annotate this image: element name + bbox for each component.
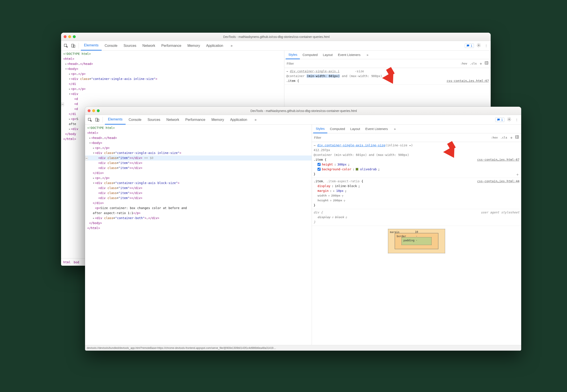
subtab-styles[interactable]: Styles bbox=[313, 125, 327, 133]
new-rule-icon[interactable]: ＋ bbox=[479, 61, 483, 66]
gutter-ellipsis-icon[interactable]: ⋯ bbox=[61, 102, 64, 106]
hov-toggle[interactable]: :hov bbox=[491, 136, 498, 140]
subtab-layout[interactable]: Layout bbox=[348, 125, 363, 133]
tab-network[interactable]: Network bbox=[163, 115, 182, 125]
tabs-overflow[interactable]: » bbox=[227, 41, 236, 51]
titlebar: DevTools - mathiasbynens.github.io/css-d… bbox=[61, 33, 491, 41]
close-icon[interactable] bbox=[88, 109, 90, 112]
elements-tree[interactable]: ⋯ <!DOCTYPE html> <html> ▸<head>…</head>… bbox=[85, 125, 312, 345]
status-bar: devtools://devtools/bundled/devtools_app… bbox=[85, 345, 521, 351]
styles-subtabs: StylesComputedLayoutEvent Listeners » bbox=[284, 51, 491, 59]
titlebar: DevTools - mathiasbynens.github.io/css-d… bbox=[85, 107, 521, 115]
tab-sources[interactable]: Sources bbox=[144, 115, 163, 125]
messages-badge[interactable]: 1 bbox=[465, 43, 474, 48]
styles-pane[interactable]: → div.container-single-axis.inline-size(… bbox=[312, 142, 521, 345]
overridden-prop: display: block; bbox=[313, 215, 520, 220]
messages-count: 1 bbox=[501, 118, 503, 122]
container-origin-link[interactable]: div.container-single-axis.inline-size bbox=[317, 143, 385, 147]
tab-console[interactable]: Console bbox=[102, 41, 120, 51]
add-declaration-icon[interactable]: ＋ bbox=[516, 172, 520, 177]
container-size: 412.297px bbox=[313, 148, 520, 153]
messages-count: 1 bbox=[471, 44, 472, 47]
zoom-icon[interactable] bbox=[73, 35, 76, 38]
filter-input[interactable] bbox=[314, 136, 488, 139]
panel-tabs: ElementsConsoleSourcesNetworkPerformance… bbox=[81, 41, 226, 51]
messages-badge[interactable]: 1 bbox=[495, 118, 504, 122]
ua-stylesheet-label: user agent stylesheet bbox=[481, 210, 520, 215]
overridden-prop: width: 200px; bbox=[313, 193, 520, 198]
subtabs-overflow[interactable]: » bbox=[391, 125, 398, 133]
minimize-icon[interactable] bbox=[68, 35, 71, 38]
inspect-icon[interactable] bbox=[87, 117, 93, 123]
gutter-ellipsis-icon[interactable]: ⋯ bbox=[85, 156, 88, 160]
tab-elements[interactable]: Elements bbox=[105, 115, 126, 125]
crumb-body[interactable]: bod bbox=[74, 260, 79, 264]
color-swatch-icon[interactable] bbox=[356, 168, 358, 170]
subtab-layout[interactable]: Layout bbox=[320, 51, 335, 59]
prop-toggle[interactable] bbox=[317, 168, 321, 171]
tab-console[interactable]: Console bbox=[126, 115, 145, 125]
container-query-highlight: (min-width: 601px) bbox=[306, 74, 340, 78]
more-icon[interactable]: ⋮ bbox=[483, 44, 489, 47]
settings-icon[interactable] bbox=[475, 43, 482, 48]
svg-point-3 bbox=[478, 45, 479, 46]
tab-performance[interactable]: Performance bbox=[158, 41, 184, 51]
cls-toggle[interactable]: .cls bbox=[500, 136, 508, 140]
panel-tabs: ElementsConsoleSourcesNetworkPerformance… bbox=[105, 115, 250, 125]
styles-subtabs: StylesComputedLayoutEvent Listeners » bbox=[312, 125, 521, 133]
selected-element[interactable]: <div class="item"></div> == $0 bbox=[85, 155, 312, 160]
inspect-icon[interactable] bbox=[63, 43, 69, 49]
source-link[interactable]: css-contain…ies.html:67 bbox=[447, 78, 489, 83]
tab-memory[interactable]: Memory bbox=[184, 41, 203, 51]
filter-input[interactable] bbox=[286, 62, 458, 65]
traffic-lights bbox=[64, 35, 76, 38]
subtab-event-listeners[interactable]: Event Listeners bbox=[335, 51, 363, 59]
new-rule-icon[interactable]: ＋ bbox=[509, 135, 513, 140]
close-icon[interactable] bbox=[64, 35, 67, 38]
window-title: DevTools - mathiasbynens.github.io/css-d… bbox=[101, 109, 506, 112]
subtabs-overflow[interactable]: » bbox=[364, 51, 371, 59]
more-icon[interactable]: ⋮ bbox=[514, 118, 520, 121]
tab-network[interactable]: Network bbox=[139, 41, 158, 51]
filter-bar: :hov .cls ＋ bbox=[312, 133, 521, 142]
bm-padding-label: padding bbox=[403, 238, 415, 243]
prop-toggle[interactable] bbox=[317, 163, 321, 166]
source-link[interactable]: css-contain…ies.html:67 bbox=[477, 157, 520, 162]
subtab-styles[interactable]: Styles bbox=[286, 51, 300, 59]
toggle-sidebar-icon[interactable] bbox=[485, 61, 489, 66]
subtab-computed[interactable]: Computed bbox=[300, 51, 320, 59]
annotation-arrow-icon bbox=[384, 74, 397, 84]
container-rule: @container (min-width: 601px) and (max-w… bbox=[313, 153, 520, 157]
tab-elements[interactable]: Elements bbox=[81, 41, 102, 51]
filter-bar: :hov .cls ＋ bbox=[284, 59, 491, 68]
overridden-prop: height: 200px; bbox=[313, 198, 520, 203]
hov-toggle[interactable]: :hov bbox=[460, 61, 468, 66]
box-model[interactable]: margin 10 border - padding - bbox=[312, 226, 521, 253]
tab-performance[interactable]: Performance bbox=[182, 115, 209, 125]
source-link[interactable]: css-contain…ies.html:44 bbox=[477, 179, 520, 183]
subtab-event-listeners[interactable]: Event Listeners bbox=[363, 125, 390, 133]
tab-sources[interactable]: Sources bbox=[120, 41, 139, 51]
device-icon[interactable] bbox=[94, 117, 100, 123]
main-toolbar: ElementsConsoleSourcesNetworkPerformance… bbox=[61, 41, 491, 51]
tabs-overflow[interactable]: » bbox=[252, 115, 259, 125]
cls-toggle[interactable]: .cls bbox=[470, 61, 477, 66]
resize-icon: ↔ bbox=[409, 143, 411, 147]
main-toolbar: ElementsConsoleSourcesNetworkPerformance… bbox=[85, 115, 521, 125]
toggle-sidebar-icon[interactable] bbox=[515, 135, 519, 140]
bm-padding-top: - bbox=[416, 238, 417, 243]
zoom-icon[interactable] bbox=[97, 109, 100, 112]
svg-point-9 bbox=[509, 119, 510, 120]
device-icon[interactable] bbox=[70, 43, 76, 49]
annotation-arrow-icon bbox=[445, 148, 458, 158]
traffic-lights bbox=[88, 109, 100, 112]
tab-application[interactable]: Application bbox=[227, 115, 250, 125]
tab-application[interactable]: Application bbox=[203, 41, 226, 51]
settings-icon[interactable] bbox=[506, 117, 513, 122]
window-title: DevTools - mathiasbynens.github.io/css-d… bbox=[77, 35, 475, 39]
crumb-html[interactable]: html bbox=[63, 260, 71, 264]
tab-memory[interactable]: Memory bbox=[208, 115, 227, 125]
minimize-icon[interactable] bbox=[92, 109, 95, 112]
subtab-computed[interactable]: Computed bbox=[327, 125, 348, 133]
